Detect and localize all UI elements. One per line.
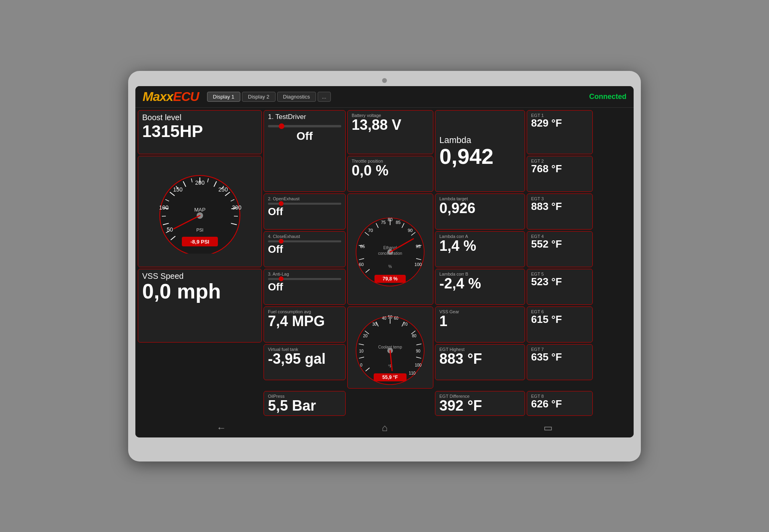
fuel-tank-value: -3,95 gal: [268, 352, 341, 366]
tab-display2[interactable]: Display 2: [242, 92, 275, 102]
egt7-value: 635 °F: [531, 352, 588, 362]
fuel-consumption-value: 7,4 MPG: [268, 314, 341, 328]
closeexhaust-cell: 4. CloseExhaust Off: [264, 231, 346, 267]
svg-text:90: 90: [408, 228, 413, 233]
lambda-label: Lambda: [439, 135, 521, 145]
throttle-cell: Throttle position 0,0 %: [347, 156, 433, 192]
svg-text:30: 30: [372, 322, 377, 326]
tab-diagnostics[interactable]: Diagnostics: [277, 92, 316, 102]
egt5-value: 523 °F: [531, 276, 588, 287]
egt1-cell: EGT 1 829 °F: [527, 110, 593, 154]
svg-text:200: 200: [195, 179, 205, 186]
egt4-value: 552 °F: [531, 239, 588, 249]
openexhaust-cell: 2. OpenExhaust Off: [264, 193, 346, 230]
lambda-corr-b-cell: Lambda corr B -2,4 %: [435, 269, 525, 305]
testdriver-label: 1. TestDriver: [268, 113, 341, 121]
egt2-value: 768 °F: [531, 163, 588, 174]
egt-highest-value: 883 °F: [439, 352, 521, 366]
nav-bar: ← ⌂ ▭: [135, 418, 634, 437]
recent-button[interactable]: ▭: [544, 422, 553, 433]
egt5-cell: EGT 5 523 °F: [527, 269, 593, 305]
egt4-cell: EGT 4 552 °F: [527, 231, 593, 267]
svg-text:100: 100: [159, 204, 169, 211]
oilpress-value: 5,5 Bar: [268, 399, 341, 413]
egt1-value: 829 °F: [531, 118, 588, 128]
back-button[interactable]: ←: [216, 422, 226, 433]
svg-text:10: 10: [359, 349, 364, 353]
svg-text:79,8 %: 79,8 %: [382, 276, 398, 282]
svg-text:0: 0: [360, 363, 362, 367]
svg-text:110: 110: [409, 371, 416, 375]
egt-highest-cell: EGT Highest 883 °F: [435, 344, 525, 380]
svg-text:60: 60: [359, 262, 364, 267]
antilag-value: Off: [268, 282, 341, 292]
egt6-value: 615 °F: [531, 314, 588, 324]
coolant-gauge-svg: 0 10 20 30 40 50 60 70 80 90 100 110 120…: [351, 308, 429, 387]
svg-text:65: 65: [360, 244, 365, 249]
svg-text:70: 70: [368, 228, 373, 233]
svg-text:20: 20: [363, 334, 368, 338]
lambda-value: 0,942: [439, 145, 521, 167]
egt8-cell: EGT 8 626 °F: [527, 391, 593, 416]
battery-cell: Battery voltage 13,88 V: [347, 110, 433, 154]
map-gauge-svg: 50 100 150 200 250 300 MAP PSI -: [152, 169, 248, 254]
vss-gear-cell: VSS Gear 1: [435, 306, 525, 343]
svg-text:85: 85: [396, 220, 401, 225]
svg-text:%: %: [389, 264, 392, 269]
svg-text:100: 100: [415, 363, 422, 367]
svg-text:70: 70: [403, 322, 408, 326]
extra-row: OilPress 5,5 Bar EGT Difference 392 °F E…: [135, 391, 634, 418]
lambda-corr-a-value: 1,4 %: [439, 239, 521, 253]
svg-text:100: 100: [415, 262, 422, 267]
boost-level-value: 1315HP: [142, 123, 258, 140]
testdriver-value: Off: [268, 131, 341, 142]
home-button[interactable]: ⌂: [382, 422, 388, 433]
svg-text:55,9 °F: 55,9 °F: [382, 375, 398, 380]
svg-text:90: 90: [416, 349, 421, 353]
egt3-cell: EGT 3 883 °F: [527, 193, 593, 230]
svg-text:75: 75: [381, 220, 386, 225]
egt2-cell: EGT 2 768 °F: [527, 156, 593, 192]
lambda-cell: Lambda 0,942: [435, 110, 525, 192]
svg-text:150: 150: [173, 186, 183, 193]
svg-text:50: 50: [388, 315, 393, 319]
tab-more[interactable]: ...: [318, 92, 331, 102]
svg-text:300: 300: [232, 204, 242, 211]
svg-text:250: 250: [218, 186, 228, 193]
antilag-label: 3. Anti-Lag: [268, 272, 341, 276]
top-bar: MaxxECU Display 1 Display 2 Diagnostics …: [135, 86, 634, 108]
vss-gear-label: VSS Gear: [439, 309, 521, 314]
map-gauge-cell: 50 100 150 200 250 300 MAP PSI -: [138, 156, 262, 267]
closeexhaust-label: 4. CloseExhaust: [268, 234, 341, 239]
vss-gear-value: 1: [439, 314, 521, 328]
fuel-consumption-cell: Fuel consumption avg 7,4 MPG: [264, 306, 346, 343]
egt-difference-value: 392 °F: [439, 399, 521, 413]
logo-maxx: Maxx: [143, 89, 173, 104]
svg-text:80: 80: [412, 334, 417, 338]
lambda-target-cell: Lambda target 0,926: [435, 193, 525, 230]
boost-level-label: Boost level: [142, 113, 258, 122]
svg-text:40: 40: [382, 316, 387, 320]
ethanol-gauge-svg: 60 65 70 75 80 85 90 95 100 Ethanol conc…: [351, 210, 429, 288]
connection-status: Connected: [589, 93, 626, 101]
egt-difference-cell: EGT Difference 392 °F: [435, 391, 525, 416]
logo: MaxxECU: [143, 89, 199, 104]
tab-bar: Display 1 Display 2 Diagnostics ...: [207, 92, 331, 102]
vss-speed-cell: VSS Speed 0,0 mph: [138, 269, 262, 343]
lambda-target-value: 0,926: [439, 201, 521, 216]
logo-ecu: ECU: [173, 89, 199, 104]
tab-display1[interactable]: Display 1: [207, 92, 240, 102]
svg-text:50: 50: [167, 226, 173, 233]
lambda-corr-b-value: -2,4 %: [439, 276, 521, 291]
vss-speed-value: 0,0 mph: [142, 281, 258, 302]
egt3-value: 883 °F: [531, 201, 588, 212]
openexhaust-value: Off: [268, 206, 341, 217]
ethanol-gauge-cell: 60 65 70 75 80 85 90 95 100 Ethanol conc…: [347, 193, 433, 305]
throttle-value: 0,0 %: [352, 163, 429, 178]
svg-text:80: 80: [388, 217, 393, 222]
closeexhaust-value: Off: [268, 244, 341, 254]
svg-text:MAP: MAP: [194, 207, 205, 213]
lambda-corr-a-cell: Lambda corr A 1,4 %: [435, 231, 525, 267]
antilag-cell: 3. Anti-Lag Off: [264, 269, 346, 305]
oilpress-cell: OilPress 5,5 Bar: [264, 391, 346, 416]
